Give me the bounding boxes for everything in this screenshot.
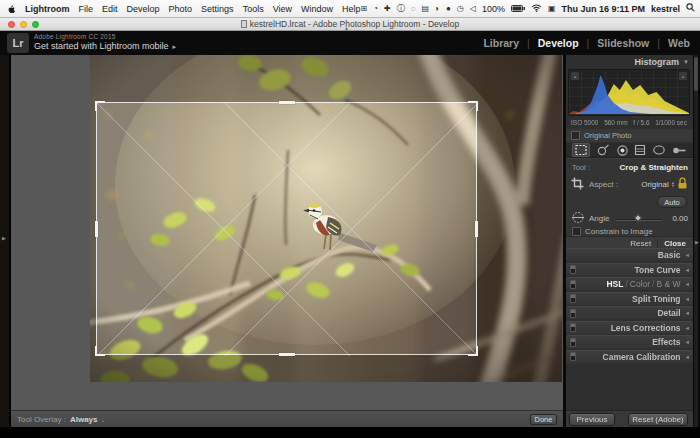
module-develop[interactable]: Develop [538, 37, 579, 49]
menubar-clock[interactable]: Thu Jun 16 9:11 PM [562, 4, 646, 14]
left-panel-reveal-arrow[interactable]: ▶ [2, 235, 6, 241]
crop-handle-top[interactable] [279, 101, 295, 104]
panel-header-lens-corrections[interactable]: Lens Corrections ◄ [566, 321, 693, 334]
radial-filter-tool[interactable] [652, 144, 666, 156]
histogram-collapse-icon[interactable]: ▼ [683, 59, 689, 65]
left-panel-collapsed[interactable]: ▶ [0, 55, 10, 427]
graduated-filter-tool[interactable] [634, 144, 646, 156]
disclosure-triangle-icon[interactable]: ◄ [685, 339, 693, 345]
battery-icon[interactable] [511, 4, 525, 14]
right-panel-collapse-arrow[interactable]: ▶ [695, 239, 699, 245]
panel-header-tone-curve[interactable]: Tone Curve ◄ [566, 263, 693, 276]
done-button[interactable]: Done [530, 414, 557, 425]
constrain-checkbox[interactable] [572, 227, 581, 236]
crop-reset-button[interactable]: Reset [630, 239, 651, 248]
histogram-header[interactable]: Histogram ▼ [566, 55, 693, 68]
display-icon[interactable]: ▤ [422, 5, 430, 13]
window-close-button[interactable] [8, 21, 15, 28]
panel-toggle-switch[interactable] [570, 265, 576, 274]
top-panel-collapse-arrow[interactable]: ▲ [344, 25, 349, 31]
panel-header-effects[interactable]: Effects ◄ [566, 335, 693, 348]
highlight-clipping-indicator[interactable]: ▲ [679, 72, 687, 80]
disclosure-triangle-icon[interactable]: ◄ [685, 252, 693, 258]
menu-file[interactable]: File [79, 4, 94, 14]
previous-button[interactable]: Previous [569, 413, 615, 426]
menu-develop[interactable]: Develop [127, 4, 160, 14]
panel-toggle-switch[interactable] [570, 280, 576, 289]
dotted-circle-icon[interactable]: ◌ [411, 5, 416, 13]
panel-header-hsl[interactable]: HSL/Color/B & W ◄ [566, 277, 693, 290]
photo-canvas[interactable] [90, 55, 562, 382]
menu-settings[interactable]: Settings [201, 4, 234, 14]
tool-overlay-value[interactable]: Always [70, 415, 98, 424]
crop-bounding-box[interactable] [96, 102, 477, 355]
crop-handle-bottom-left[interactable] [95, 346, 105, 356]
panel-toggle-switch[interactable] [570, 323, 576, 332]
crop-handle-bottom[interactable] [279, 353, 295, 356]
module-slideshow[interactable]: Slideshow [597, 37, 649, 49]
crop-handle-top-right[interactable] [468, 101, 478, 111]
panel-header-basic[interactable]: Basic ◄ [566, 248, 693, 261]
crop-handle-left[interactable] [95, 221, 98, 237]
disclosure-triangle-icon[interactable]: ◄ [685, 354, 693, 360]
bw-segment[interactable]: B & W [656, 279, 680, 289]
menu-app-name[interactable]: Lightroom [25, 4, 70, 14]
disclosure-triangle-icon[interactable]: ◄ [685, 267, 693, 273]
menu-view[interactable]: View [273, 4, 292, 14]
window-tile-icon[interactable]: ⊞ [361, 5, 368, 13]
input-menu-icon[interactable]: ▣ [548, 5, 556, 13]
spotlight-icon[interactable] [686, 3, 695, 14]
menu-edit[interactable]: Edit [102, 4, 118, 14]
menu-tools[interactable]: Tools [243, 4, 264, 14]
window-zoom-button[interactable] [32, 21, 39, 28]
menubar-username[interactable]: kestrel [651, 4, 680, 14]
crop-handle-bottom-right[interactable] [468, 346, 478, 356]
disclosure-triangle-icon[interactable]: ◄ [685, 281, 693, 287]
info-circle-icon[interactable]: ⓘ [397, 5, 405, 13]
angle-slider[interactable] [616, 214, 662, 222]
aspect-value[interactable]: Original [641, 180, 669, 189]
time-machine-icon[interactable]: ◷ [457, 5, 464, 13]
crop-handle-top-left[interactable] [95, 101, 105, 111]
red-eye-tool[interactable] [616, 144, 629, 157]
panel-toggle-switch[interactable] [570, 352, 576, 361]
panel-toggle-switch[interactable] [570, 294, 576, 303]
app-plus-icon[interactable]: ✚ [384, 5, 391, 13]
panel-header-camera-calibration[interactable]: Camera Calibration ◄ [566, 350, 693, 363]
menu-window[interactable]: Window [301, 4, 333, 14]
shadow-clipping-indicator[interactable]: ▲ [571, 72, 579, 80]
color-segment[interactable]: Color [630, 279, 650, 289]
disclosure-triangle-icon[interactable]: ◄ [685, 310, 693, 316]
module-web[interactable]: Web [668, 37, 690, 49]
identity-plate[interactable]: Adobe Lightroom CC 2015 Get started with… [34, 33, 176, 51]
panel-toggle-switch[interactable] [570, 309, 576, 318]
menu-photo[interactable]: Photo [169, 4, 193, 14]
crop-overlay-tool[interactable] [572, 143, 590, 157]
disclosure-triangle-icon[interactable]: ◄ [685, 325, 693, 331]
crop-handle-right[interactable] [475, 221, 478, 237]
identity-plate-promo[interactable]: Get started with Lightroom mobile▸ [34, 41, 176, 51]
aspect-dropdown-icon[interactable]: ▴▾ [672, 181, 674, 188]
window-minimize-button[interactable] [20, 21, 27, 28]
module-library[interactable]: Library [483, 37, 519, 49]
wifi-icon[interactable] [531, 4, 542, 14]
chat-bubble-icon[interactable]: ◗ [435, 5, 440, 13]
aspect-lock-icon[interactable] [677, 177, 688, 192]
original-photo-checkbox[interactable] [571, 131, 580, 140]
spot-removal-tool[interactable] [596, 144, 610, 157]
apple-menu-icon[interactable] [7, 4, 16, 14]
disclosure-triangle-icon[interactable]: ◄ [685, 296, 693, 302]
record-dot-icon[interactable]: ● [446, 5, 451, 13]
timer-icon[interactable]: ◔ [373, 5, 378, 13]
panel-toggle-switch[interactable] [570, 338, 576, 347]
hsl-segment[interactable]: HSL [606, 279, 623, 289]
menu-help[interactable]: Help [342, 4, 361, 14]
angle-value[interactable]: 0.00 [672, 214, 688, 223]
tool-overlay-caret-icon[interactable]: ⌄ [100, 416, 105, 423]
adjustment-brush-tool[interactable] [672, 145, 687, 156]
panel-header-detail[interactable]: Detail ◄ [566, 306, 693, 319]
straighten-level-icon[interactable] [571, 211, 585, 226]
auto-straighten-button[interactable]: Auto [657, 196, 687, 208]
volume-icon[interactable]: ◁ [470, 5, 476, 13]
reset-adobe-button[interactable]: Reset (Adobe) [628, 413, 688, 426]
